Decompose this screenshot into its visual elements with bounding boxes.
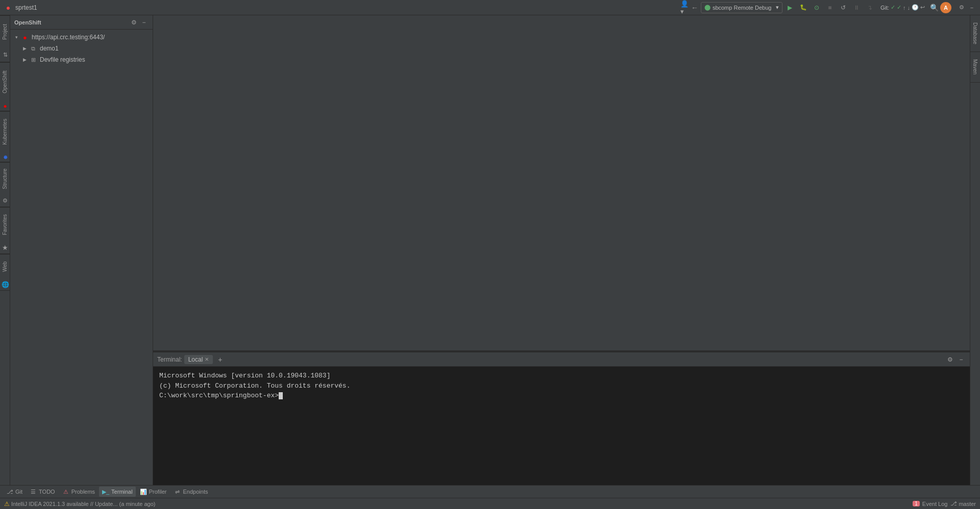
search-icon[interactable]: 🔍 (930, 4, 938, 12)
openshift-minimize-button[interactable]: − (139, 18, 149, 27)
app-icon: ● (4, 4, 12, 12)
run-config-icon: ⬤ (704, 4, 710, 11)
sidebar-item-kubernetes[interactable]: Kubernetes (0, 111, 10, 152)
sidebar-item-web[interactable]: Web (0, 254, 10, 278)
tree-arrow-demo1: ▶ (20, 46, 29, 51)
favorites-icon[interactable]: ★ (0, 242, 10, 254)
coverage-button[interactable]: ⊙ (811, 2, 822, 13)
debug-button[interactable]: 🐛 (798, 2, 809, 13)
back-icon[interactable]: ← (691, 4, 699, 12)
minimize-window-button[interactable]: − (968, 4, 976, 12)
title-bar-right: 👤▾ ← ⬤ sbcomp Remote Debug ▾ ▶ 🐛 ⊙ ■ ↺ ⏸… (680, 2, 976, 13)
terminal-panel: Terminal: Local ✕ + ⚙ − Microsoft Window… (153, 352, 970, 485)
title-bar-title: sprtest1 (15, 4, 37, 11)
sidebar-item-database[interactable]: Database (970, 15, 980, 52)
git-rollback[interactable]: ↩ (920, 4, 925, 11)
sidebar-item-openshift[interactable]: OpenShift (0, 62, 10, 101)
tree-arrow-server: ▾ (12, 35, 20, 40)
devfile-icon: ⊞ (29, 55, 38, 64)
left-sidebar-tabs: Project ⇅ OpenShift ● Kubernetes ⎈ Struc… (0, 15, 10, 485)
main-area: Project ⇅ OpenShift ● Kubernetes ⎈ Struc… (0, 15, 980, 485)
title-bar: ● sprtest1 👤▾ ← ⬤ sbcomp Remote Debug ▾ … (0, 0, 980, 15)
git-icon: ⎇ (6, 488, 13, 495)
terminal-line-1: Microsoft Windows [version 10.0.19043.10… (159, 371, 964, 381)
sidebar-item-project[interactable]: Project (0, 15, 10, 48)
terminal-prompt-text: C:\work\src\tmp\springboot-ex> (159, 392, 279, 399)
tree-demo1-label: demo1 (40, 45, 59, 52)
run-button[interactable]: ▶ (785, 2, 796, 13)
git-arrow-down: ↓ (908, 5, 911, 11)
git-label: Git: (880, 5, 889, 11)
pause-button[interactable]: ⏸ (851, 2, 862, 13)
openshift-icon-indicator[interactable]: ● (0, 101, 10, 111)
openshift-panel-header: OpenShift ⚙ − (10, 15, 153, 30)
tree-devfile-label: Devfile registries (40, 56, 85, 63)
demo1-icon: ⧉ (29, 44, 38, 53)
terminal-tab-name: Local (188, 356, 203, 363)
settings-icon[interactable]: ⚙ (958, 4, 966, 12)
terminal-add-tab-button[interactable]: + (215, 354, 225, 365)
right-sidebar-tabs: Database Maven (970, 15, 980, 485)
problems-icon: ⚠ (62, 488, 69, 495)
title-bar-left: ● sprtest1 (4, 4, 37, 12)
tree-arrow-devfile: ▶ (20, 57, 29, 62)
event-log-label: Event Log (922, 501, 948, 507)
git-check2: ✓ (897, 4, 901, 11)
git-history[interactable]: 🕐 (912, 4, 919, 11)
tree-item-server[interactable]: ▾ ● https://api.crc.testing:6443/ (10, 32, 153, 43)
kubernetes-icon-indicator[interactable]: ⎈ (0, 152, 10, 162)
event-log-badge: 1 (913, 501, 920, 506)
event-log-item[interactable]: 1 Event Log (913, 501, 947, 507)
tree-server-url: https://api.crc.testing:6443/ (32, 34, 105, 41)
status-update-text: IntelliJ IDEA 2021.1.3 available // Upda… (11, 501, 156, 507)
web-icon[interactable]: 🌐 (0, 278, 10, 291)
openshift-panel: OpenShift ⚙ − ▾ ● https://api.crc.testin… (10, 15, 153, 485)
status-update-item[interactable]: ⚠ IntelliJ IDEA 2021.1.3 available // Up… (4, 500, 156, 507)
git-branch-name: master (959, 501, 976, 507)
terminal-tab-close[interactable]: ✕ (205, 357, 209, 362)
todo-icon: ☰ (30, 488, 37, 495)
sidebar-item-maven[interactable]: Maven (970, 52, 980, 83)
run-config-dropdown[interactable]: ⬤ sbcomp Remote Debug ▾ (701, 2, 782, 13)
toolbar-problems-button[interactable]: ⚠ Problems (59, 487, 98, 497)
terminal-prompt-line: C:\work\src\tmp\springboot-ex> (159, 391, 964, 401)
git-arrow-up: ↑ (903, 5, 906, 11)
sidebar-item-pull-requests[interactable]: ⇅ (0, 48, 10, 62)
bottom-toolbar: ⎇ Git ☰ TODO ⚠ Problems ▶_ Terminal 📊 Pr… (0, 485, 980, 498)
user-menu-icon[interactable]: 👤▾ (680, 4, 689, 12)
terminal-icon: ▶_ (102, 488, 109, 495)
terminal-tabs: Terminal: Local ✕ + (157, 354, 225, 365)
toolbar-endpoints-button[interactable]: ⇌ Endpoints (171, 487, 211, 497)
profiler-icon: 📊 (140, 488, 147, 495)
git-section: Git: ✓ ✓ ↑ ↓ 🕐 ↩ (880, 4, 925, 11)
endpoints-icon: ⇌ (174, 488, 181, 495)
stop-button[interactable]: ■ (824, 2, 836, 13)
sidebar-item-structure[interactable]: Structure (0, 162, 10, 195)
openshift-tree: ▾ ● https://api.crc.testing:6443/ ▶ ⧉ de… (10, 30, 153, 485)
git-check1: ✓ (891, 4, 895, 11)
tree-item-demo1[interactable]: ▶ ⧉ demo1 (10, 43, 153, 54)
toolbar-todo-button[interactable]: ☰ TODO (27, 487, 58, 497)
git-branch-item[interactable]: ⎇ master (950, 500, 976, 507)
toolbar-git-button[interactable]: ⎇ Git (3, 487, 26, 497)
avatar[interactable]: A (940, 2, 951, 13)
structure-settings-icon[interactable]: ⚙ (0, 195, 10, 207)
toolbar-profiler-button[interactable]: 📊 Profiler (137, 487, 170, 497)
openshift-settings-button[interactable]: ⚙ (129, 18, 138, 27)
step-over-button[interactable]: ↴ (864, 2, 875, 13)
terminal-label: Terminal: (157, 356, 182, 363)
terminal-header-actions: ⚙ − (945, 355, 966, 364)
server-icon: ● (20, 33, 30, 42)
rerun-button[interactable]: ↺ (838, 2, 849, 13)
vertical-panels: Terminal: Local ✕ + ⚙ − Microsoft Window… (153, 15, 970, 485)
terminal-tab-local[interactable]: Local ✕ (184, 355, 213, 364)
toolbar-terminal-button[interactable]: ▶_ Terminal (99, 487, 136, 497)
tree-item-devfile[interactable]: ▶ ⊞ Devfile registries (10, 54, 153, 65)
sidebar-item-favorites[interactable]: Favorites (0, 207, 10, 242)
terminal-content: Microsoft Windows [version 10.0.19043.10… (153, 367, 970, 485)
terminal-settings-button[interactable]: ⚙ (945, 355, 954, 364)
terminal-minimize-button[interactable]: − (957, 355, 966, 364)
openshift-panel-title: OpenShift (14, 19, 41, 26)
status-bar-left: ⚠ IntelliJ IDEA 2021.1.3 available // Up… (4, 500, 156, 507)
git-branch-icon: ⎇ (950, 500, 957, 507)
